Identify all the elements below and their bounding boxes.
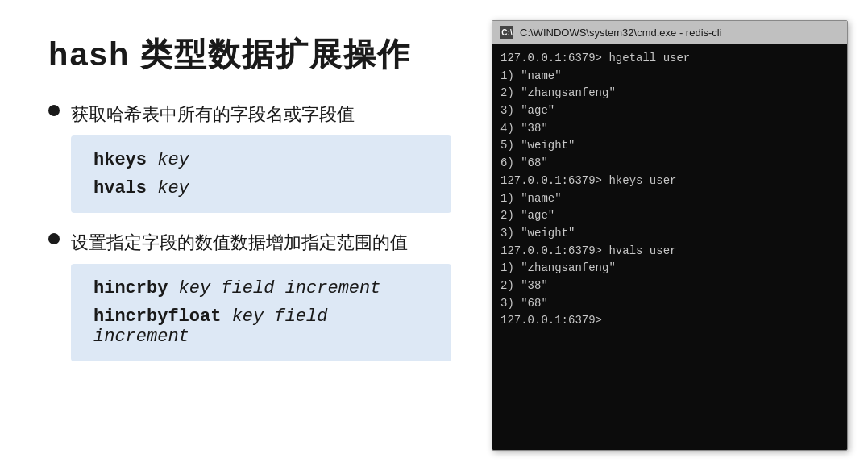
- it-hincrby: key field increment: [168, 278, 380, 298]
- code-box-2: hincrby key field increment hincrbyfloat…: [71, 264, 451, 361]
- bullet-dot-1: [48, 105, 60, 116]
- it-hkeys: key: [147, 150, 189, 170]
- bullet-section-1: 获取哈希表中所有的字段名或字段值 hkeys key hvals key: [48, 101, 451, 213]
- code-box-1: hkeys key hvals key: [71, 135, 451, 213]
- page-title: hash 类型数据扩展操作: [48, 32, 451, 77]
- code-line-hvals: hvals key: [93, 178, 429, 198]
- bullet-item-1: 获取哈希表中所有的字段名或字段值: [48, 101, 451, 127]
- bullet-section-2: 设置指定字段的数值数据增加指定范围的值 hincrby key field in…: [48, 229, 451, 361]
- code-line-hkeys: hkeys key: [93, 150, 429, 170]
- kw-hvals: hvals: [93, 178, 147, 198]
- terminal-window: C:\ C:\WINDOWS\system32\cmd.exe - redis-…: [492, 20, 848, 451]
- kw-hincrby: hincrby: [93, 278, 168, 298]
- kw-hincrbyfloat: hincrbyfloat: [93, 306, 221, 327]
- bullet-item-2: 设置指定字段的数值数据增加指定范围的值: [48, 229, 451, 256]
- code-line-hincrbyfloat: hincrbyfloat key field increment: [93, 306, 429, 347]
- bullet-dot-2: [48, 233, 60, 244]
- bullet-text-1: 获取哈希表中所有的字段名或字段值: [71, 101, 355, 127]
- terminal-title: C:\WINDOWS\system32\cmd.exe - redis-cli: [520, 27, 722, 39]
- terminal-output: 127.0.0.1:6379> hgetall user 1) "name" 2…: [500, 50, 839, 330]
- kw-hkeys: hkeys: [93, 150, 147, 170]
- code-line-hincrby: hincrby key field increment: [93, 278, 429, 298]
- terminal-icon: C:\: [500, 26, 513, 39]
- terminal-titlebar: C:\ C:\WINDOWS\system32\cmd.exe - redis-…: [492, 21, 847, 44]
- bullet-text-2: 设置指定字段的数值数据增加指定范围的值: [71, 229, 408, 256]
- left-panel: hash 类型数据扩展操作 获取哈希表中所有的字段名或字段值 hkeys key…: [0, 0, 492, 471]
- it-hvals: key: [147, 178, 189, 198]
- terminal-body[interactable]: 127.0.0.1:6379> hgetall user 1) "name" 2…: [492, 44, 847, 450]
